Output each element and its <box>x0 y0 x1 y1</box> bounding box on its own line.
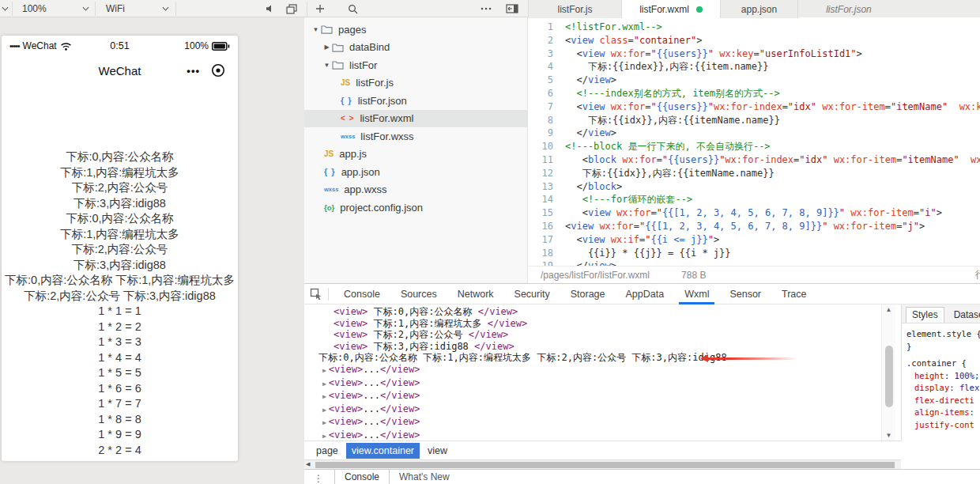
devtools-tab-sources[interactable]: Sources <box>390 284 447 304</box>
styles-tab-bar: StylesDataset <box>902 304 980 323</box>
styles-panel-tab-styles[interactable]: Styles <box>906 307 944 323</box>
simulator-text-line: 下标:3,内容:idig88 <box>2 258 238 274</box>
code-text: 下标:{{idx}},内容:{{itemName.name}} <box>565 114 780 127</box>
wxml-collapsed-node[interactable]: ▶<view>...</view> <box>304 403 881 417</box>
editor-tab-listFor.json[interactable]: listFor.json <box>798 0 899 18</box>
windows-layout-icon[interactable] <box>286 0 297 17</box>
expand-arrow-icon[interactable]: ▶ <box>322 419 326 426</box>
devtools-tab-wxml[interactable]: Wxml <box>674 284 719 304</box>
network-type-value: WiFi <box>106 3 125 14</box>
devtools-tab-sensor[interactable]: Sensor <box>719 284 771 304</box>
file-tree-item-listFor.wxml[interactable]: < >listFor.wxml <box>304 110 527 128</box>
wxml-tree-view: <view> 下标:0,内容:公众名称 </view><view> 下标:1,内… <box>304 304 881 441</box>
simulator-text-line: 下标:1,内容:编程坑太多 <box>2 165 238 181</box>
line-number: 8 <box>528 114 553 127</box>
code-line: 19 </view> <box>528 259 980 266</box>
more-options-icon[interactable] <box>481 0 492 17</box>
open-tag: <view> <box>329 390 363 401</box>
code-line: 4 下标:{{index}},内容:{{item.name}} <box>528 60 980 74</box>
search-icon[interactable] <box>348 0 358 17</box>
wxml-collapsed-node[interactable]: ▶<view>...</view> <box>304 364 881 377</box>
ellipsis: ... <box>363 429 380 441</box>
line-number: 14 <box>528 193 553 206</box>
drawer-handle-icon[interactable]: ⋮ <box>314 473 323 484</box>
wxml-node[interactable]: <view> 下标:3,内容:idig88 </view> <box>304 341 881 353</box>
collapse-panel-icon[interactable] <box>506 0 518 17</box>
zoom-level-dropdown[interactable]: 100% <box>22 0 89 17</box>
breadcrumb-item-page[interactable]: page <box>311 443 344 459</box>
expand-arrow-icon[interactable]: ▶ <box>322 393 326 400</box>
wxml-node[interactable]: <view> 下标:2,内容:公众号 </view> <box>304 329 881 341</box>
line-number: 13 <box>528 180 553 194</box>
code-line: 13 </block> <box>528 180 980 194</box>
file-tree-item-listFor[interactable]: ▼listFor <box>304 56 527 74</box>
vertical-scrollbar[interactable]: ▲ ▼ <box>881 304 895 441</box>
code-line: 14 <!---for循环的嵌套--> <box>528 193 980 206</box>
file-tree-item-listFor.wxss[interactable]: wxsslistFor.wxss <box>304 127 527 146</box>
devtools-tab-console[interactable]: Console <box>334 284 390 304</box>
wxml-collapsed-node[interactable]: ▶<view>...</view> <box>304 377 881 391</box>
scroll-up-arrow[interactable]: ▲ <box>882 306 895 313</box>
devtools-tab-trace[interactable]: Trace <box>771 284 817 304</box>
capsule-record-button[interactable] <box>211 63 225 78</box>
code-line: 11 <block wx:for="{{users}}"wx:for-index… <box>528 153 980 167</box>
inspect-element-icon[interactable] <box>304 288 328 301</box>
file-tree-item-listFor.json[interactable]: { }listFor.json <box>304 92 527 110</box>
code-text: <view wx:for="{{[1, 2, 3, 4, 5, 6, 7, 8,… <box>565 206 942 220</box>
wxml-node[interactable]: <view> 下标:1,内容:编程坑太多 </view> <box>304 318 881 330</box>
editor-tab-listFor.wxml[interactable]: listFor.wxml <box>622 0 721 18</box>
scrollbar-thumb[interactable] <box>885 346 893 407</box>
expand-arrow-icon[interactable]: ▶ <box>322 367 326 374</box>
wxml-collapsed-node[interactable]: ▶<view>...</view> <box>304 390 881 403</box>
css-property-name: display <box>914 383 949 392</box>
drawer-tab-console[interactable]: Console <box>334 469 390 484</box>
breadcrumb-item-view.container[interactable]: view.container <box>346 443 420 459</box>
code-line: 6 <!---index别名的方式, item别名的方式--> <box>528 87 980 100</box>
styles-panel-tab-dataset[interactable]: Dataset <box>948 308 980 323</box>
close-tag: </view> <box>488 318 528 329</box>
code-editor[interactable]: 1<!listFor.wxml-->2<view class="containe… <box>528 17 980 266</box>
file-tree-item-app.wxss[interactable]: wxssapp.wxss <box>304 181 527 199</box>
expand-arrow-icon[interactable]: ▶ <box>322 406 326 414</box>
file-tree-item-project.config.json[interactable]: {o}project.config.json <box>304 199 527 217</box>
devtools-tab-appdata[interactable]: AppData <box>616 284 675 304</box>
drawer-tab-what-s-new[interactable]: What's New <box>390 469 459 484</box>
add-icon[interactable] <box>315 0 325 17</box>
devtools-tab-security[interactable]: Security <box>504 284 560 304</box>
code-text: <view wx:if="{{i <= j}}"> <box>565 233 719 247</box>
wxml-collapsed-node[interactable]: ▶<view>...</view> <box>304 429 881 441</box>
code-text: </view> <box>565 74 616 87</box>
close-tag: </view> <box>474 341 514 352</box>
close-tag: </view> <box>380 364 420 375</box>
scroll-down-arrow[interactable]: ▼ <box>882 432 895 439</box>
speaker-icon[interactable] <box>266 0 275 17</box>
breadcrumb-item-view[interactable]: view <box>422 443 453 459</box>
editor-tab-app.json[interactable]: app.json <box>721 0 798 18</box>
capsule-menu-button[interactable]: ••• <box>187 65 200 77</box>
horizontal-scrollbar[interactable]: ◀ <box>304 459 901 469</box>
file-tree-item-dataBind[interactable]: ▶dataBind <box>304 39 527 57</box>
wxml-node[interactable]: <view> 下标:0,内容:公众名称 </view> <box>304 306 881 318</box>
file-tree-item-listFor.js[interactable]: JSlistFor.js <box>304 74 527 93</box>
editor-tab-listFor.js[interactable]: listFor.js <box>529 0 622 18</box>
open-tag: <view> <box>334 329 368 340</box>
devtools-tab-storage[interactable]: Storage <box>560 284 616 304</box>
css-closing-brace: } <box>906 341 980 354</box>
file-tree-item-pages[interactable]: ▼pages <box>304 21 527 39</box>
simulator-text-line: 1 * 6 = 6 <box>2 381 238 397</box>
devtools-tab-network[interactable]: Network <box>447 284 504 304</box>
network-type-dropdown[interactable]: WiFi <box>106 0 169 17</box>
wxml-collapsed-node[interactable]: ▶<view>...</view> <box>304 416 881 429</box>
scroll-left-arrow[interactable]: ◀ <box>306 461 310 467</box>
simulator-text-line: 1 * 3 = 3 <box>2 335 238 350</box>
css-property-value: 100%; <box>955 371 980 380</box>
js-file-icon: JS <box>341 78 350 87</box>
chevron-down-icon[interactable] <box>2 0 9 17</box>
expand-arrow-icon[interactable]: ▶ <box>322 380 326 388</box>
css-property-value: flex <box>959 383 979 392</box>
file-tree-item-app.js[interactable]: JSapp.js <box>304 146 527 164</box>
scrollbar-thumb[interactable] <box>315 462 895 468</box>
modified-indicator-dot <box>696 6 703 13</box>
expand-arrow-icon[interactable]: ▶ <box>322 433 326 440</box>
file-tree-item-app.json[interactable]: { }app.json <box>304 163 527 181</box>
